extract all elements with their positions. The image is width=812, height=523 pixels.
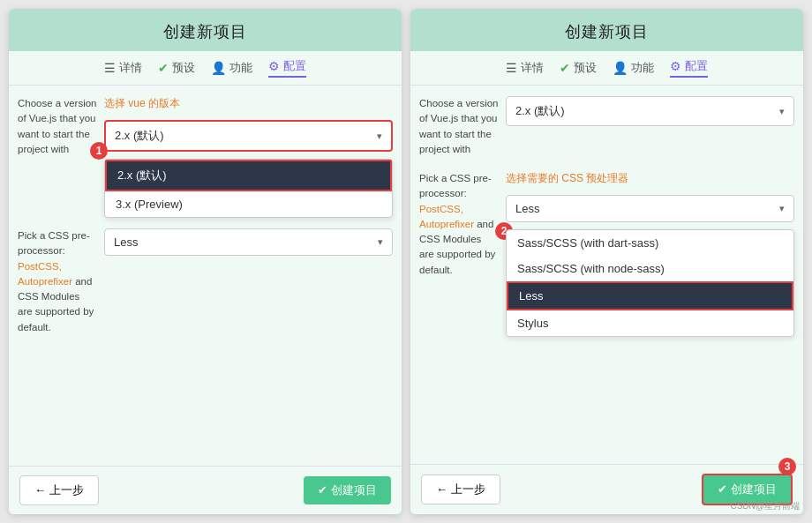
vue-description-right: Choose a version of Vue.js that you want… <box>419 96 499 157</box>
vue-select-right[interactable]: 2.x (默认) ▾ <box>506 96 794 126</box>
css-select-value-right: Less <box>515 202 539 215</box>
css-link-postcss-right[interactable]: PostCSS, <box>419 204 463 214</box>
right-panel: 创建新项目 ☰ 详情 ✔ 预设 👤 功能 ⚙ 配置 Choose a versi… <box>410 9 803 514</box>
right-panel-title: 创建新项目 <box>410 9 803 51</box>
create-button-left[interactable]: ✔ 创建项目 <box>304 476 391 504</box>
css-text-right: Pick a CSS pre-processor: <box>419 173 492 198</box>
css-right-section-left: Less ▾ <box>104 228 393 335</box>
nav-label-feature-left: 功能 <box>229 60 252 76</box>
nav-item-preset-left[interactable]: ✔ 预设 <box>158 60 195 76</box>
vue-dropdown-left: 2.x (默认) 3.x (Preview) <box>104 159 393 218</box>
left-panel-body: Choose a version of Vue.js that you want… <box>9 86 402 466</box>
nav-item-config-right[interactable]: ⚙ 配置 <box>670 58 708 78</box>
left-panel-title: 创建新项目 <box>9 9 402 51</box>
css-select-value-left: Less <box>114 235 138 249</box>
css-chevron-left: ▾ <box>378 236 383 248</box>
css-option-dart-sass[interactable]: Sass/SCSS (with dart-sass) <box>507 230 793 256</box>
left-bottom-bar: ← 上一步 ✔ 创建项目 <box>9 466 402 514</box>
step-badge-1: 1 <box>90 142 108 160</box>
css-dropdown-right: Sass/SCSS (with dart-sass) Sass/SCSS (wi… <box>506 229 794 337</box>
nav-item-config-left[interactable]: ⚙ 配置 <box>268 58 306 78</box>
vue-chevron-right: ▾ <box>779 106 785 117</box>
css-link-autoprefixer-right[interactable]: Autoprefixer <box>419 219 474 229</box>
css-text-left: Pick a CSS pre-processor: <box>18 230 90 256</box>
nav-item-details-left[interactable]: ☰ 详情 <box>104 60 142 76</box>
watermark: CSDN@星月前端 <box>731 500 801 512</box>
vue-description-left: Choose a version of Vue.js that you want… <box>18 96 97 218</box>
nav-item-feature-left[interactable]: 👤 功能 <box>211 60 252 76</box>
right-bottom-bar: ← 上一步 3 ✔ 创建项目 CSDN@星月前端 <box>410 464 803 514</box>
details-icon: ☰ <box>104 61 116 75</box>
nav-label-details-left: 详情 <box>119 60 142 76</box>
css-link-postcss-left[interactable]: PostCSS, <box>18 261 62 272</box>
details-icon-right: ☰ <box>506 61 517 75</box>
vue-select-left[interactable]: 2.x (默认) ▾ <box>104 120 393 152</box>
css-select-right[interactable]: Less ▾ <box>506 195 794 222</box>
css-description-left: Pick a CSS pre-processor: PostCSS, Autop… <box>18 228 97 335</box>
back-button-right[interactable]: ← 上一步 <box>421 474 500 504</box>
vue-label-left: 选择 vue 的版本 <box>104 96 393 111</box>
vue-chevron-left: ▾ <box>377 131 382 142</box>
check-icon-left: ✔ <box>158 61 169 75</box>
left-nav: ☰ 详情 ✔ 预设 👤 功能 ⚙ 配置 <box>9 51 402 86</box>
nav-label-config-right: 配置 <box>685 58 708 74</box>
feature-icon-right: 👤 <box>613 61 628 75</box>
nav-item-feature-right[interactable]: 👤 功能 <box>613 60 654 76</box>
vue-right-section-left: 选择 vue 的版本 2.x (默认) ▾ 2.x (默认) 3.x (Prev… <box>104 96 393 218</box>
nav-item-details-right[interactable]: ☰ 详情 <box>506 60 544 76</box>
vue-select-value-right: 2.x (默认) <box>515 103 565 119</box>
vue-option-3x-left[interactable]: 3.x (Preview) <box>105 191 392 217</box>
css-select-left[interactable]: Less ▾ <box>104 228 393 256</box>
config-icon-left: ⚙ <box>268 59 280 73</box>
right-nav: ☰ 详情 ✔ 预设 👤 功能 ⚙ 配置 <box>410 51 803 86</box>
css-label-right: 选择需要的 CSS 预处理器 <box>506 171 794 186</box>
nav-label-feature-right: 功能 <box>631 60 654 76</box>
config-icon-right: ⚙ <box>670 59 681 73</box>
vue-right-section-right: 2.x (默认) ▾ <box>506 96 794 157</box>
css-option-stylus[interactable]: Stylus <box>507 310 793 336</box>
css-option-less[interactable]: Less <box>507 281 793 310</box>
css-chevron-right: ▾ <box>779 203 785 214</box>
check-icon-right: ✔ <box>560 61 570 75</box>
feature-icon-left: 👤 <box>211 61 226 75</box>
css-description-right: Pick a CSS pre-processor: PostCSS, Autop… <box>419 171 499 337</box>
left-panel: 创建新项目 ☰ 详情 ✔ 预设 👤 功能 ⚙ 配置 Choose a versi… <box>9 9 402 514</box>
nav-label-preset-right: 预设 <box>574 60 597 76</box>
vue-option-2x-left[interactable]: 2.x (默认) <box>105 160 392 191</box>
nav-label-preset-left: 预设 <box>172 60 195 76</box>
nav-label-config-left: 配置 <box>283 58 306 74</box>
css-option-node-sass[interactable]: Sass/SCSS (with node-sass) <box>507 256 793 281</box>
css-link-autoprefixer-left[interactable]: Autoprefixer <box>18 276 72 287</box>
nav-item-preset-right[interactable]: ✔ 预设 <box>560 60 597 76</box>
right-panel-body: Choose a version of Vue.js that you want… <box>410 86 803 464</box>
back-button-left[interactable]: ← 上一步 <box>19 475 99 505</box>
step-badge-3: 3 <box>778 458 796 475</box>
css-right-section-right: 选择需要的 CSS 预处理器 Less ▾ Sass/SCSS (with da… <box>506 171 794 337</box>
vue-select-value-left: 2.x (默认) <box>115 128 164 144</box>
nav-label-details-right: 详情 <box>521 60 544 76</box>
